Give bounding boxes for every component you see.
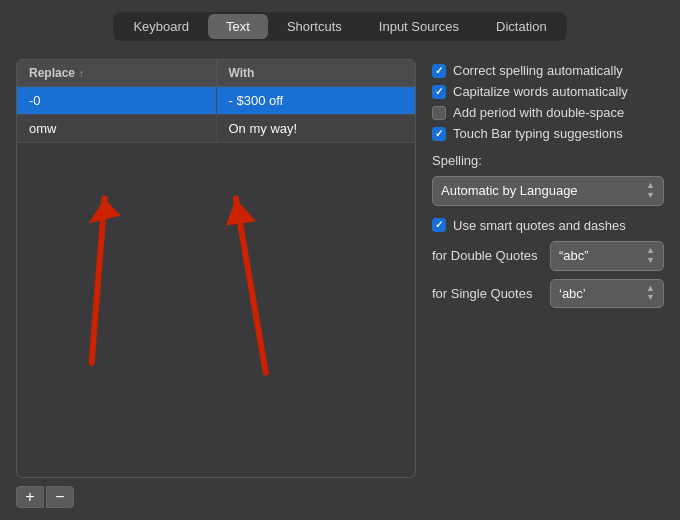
single-quotes-label: for Single Quotes [432, 286, 542, 301]
table-row[interactable]: omw On my way! [17, 115, 415, 143]
single-quotes-row: for Single Quotes ‘abc’ ▲ ▼ [432, 279, 664, 309]
smart-quotes-label: Use smart quotes and dashes [453, 218, 626, 233]
double-quotes-row: for Double Quotes “abc” ▲ ▼ [432, 241, 664, 271]
add-period-checkbox[interactable] [432, 106, 446, 120]
tab-text[interactable]: Text [208, 14, 268, 39]
add-period-label: Add period with double-space [453, 105, 624, 120]
sort-arrow: ↑ [79, 68, 84, 79]
correct-spelling-label: Correct spelling automatically [453, 63, 623, 78]
spelling-dropdown[interactable]: Automatic by Language ▲ ▼ [432, 176, 664, 206]
spelling-dropdown-value: Automatic by Language [441, 183, 578, 198]
correct-spelling-checkbox[interactable]: ✓ [432, 64, 446, 78]
smart-quotes-checkbox[interactable]: ✓ [432, 218, 446, 232]
keyboard-preferences-window: Keyboard Text Shortcuts Input Sources Di… [0, 0, 680, 520]
table-row[interactable]: -0 - $300 off [17, 87, 415, 115]
tab-bar: Keyboard Text Shortcuts Input Sources Di… [0, 0, 680, 51]
svg-marker-3 [226, 199, 256, 226]
text-replacement-table: Replace ↑ With -0 - $300 off omw On my w… [16, 59, 416, 478]
double-quotes-dropdown-arrows-icon: ▲ ▼ [646, 246, 655, 266]
remove-row-button[interactable]: − [46, 486, 74, 508]
with-cell: - $300 off [217, 87, 416, 114]
double-quotes-dropdown[interactable]: “abc” ▲ ▼ [550, 241, 664, 271]
double-quotes-value: “abc” [559, 248, 589, 263]
svg-marker-1 [89, 199, 121, 224]
right-panel: ✓ Correct spelling automatically ✓ Capit… [432, 59, 664, 508]
svg-line-2 [236, 199, 266, 373]
tab-dictation[interactable]: Dictation [478, 14, 565, 39]
svg-line-0 [92, 199, 105, 363]
add-row-button[interactable]: + [16, 486, 44, 508]
touch-bar-label: Touch Bar typing suggestions [453, 126, 623, 141]
table-footer: + − [16, 486, 416, 508]
with-column-header: With [217, 60, 416, 86]
capitalize-words-label: Capitalize words automatically [453, 84, 628, 99]
main-content: Replace ↑ With -0 - $300 off omw On my w… [0, 51, 680, 520]
spelling-label: Spelling: [432, 153, 664, 168]
add-period-row: Add period with double-space [432, 105, 664, 120]
touch-bar-row: ✓ Touch Bar typing suggestions [432, 126, 664, 141]
replace-cell: -0 [17, 87, 217, 114]
left-panel: Replace ↑ With -0 - $300 off omw On my w… [16, 59, 416, 508]
double-quotes-label: for Double Quotes [432, 248, 542, 263]
arrows-decoration [17, 143, 415, 473]
replace-column-header: Replace ↑ [17, 60, 217, 86]
capitalize-words-checkbox[interactable]: ✓ [432, 85, 446, 99]
tab-shortcuts[interactable]: Shortcuts [269, 14, 360, 39]
correct-spelling-row: ✓ Correct spelling automatically [432, 63, 664, 78]
tab-input-sources[interactable]: Input Sources [361, 14, 477, 39]
tab-group: Keyboard Text Shortcuts Input Sources Di… [113, 12, 566, 41]
dropdown-arrows-icon: ▲ ▼ [646, 181, 655, 201]
table-header: Replace ↑ With [17, 60, 415, 87]
replace-cell: omw [17, 115, 217, 142]
single-quotes-value: ‘abc’ [559, 286, 586, 301]
single-quotes-dropdown-arrows-icon: ▲ ▼ [646, 284, 655, 304]
tab-keyboard[interactable]: Keyboard [115, 14, 207, 39]
smart-quotes-row: ✓ Use smart quotes and dashes [432, 218, 664, 233]
with-cell: On my way! [217, 115, 416, 142]
touch-bar-checkbox[interactable]: ✓ [432, 127, 446, 141]
capitalize-words-row: ✓ Capitalize words automatically [432, 84, 664, 99]
single-quotes-dropdown[interactable]: ‘abc’ ▲ ▼ [550, 279, 664, 309]
